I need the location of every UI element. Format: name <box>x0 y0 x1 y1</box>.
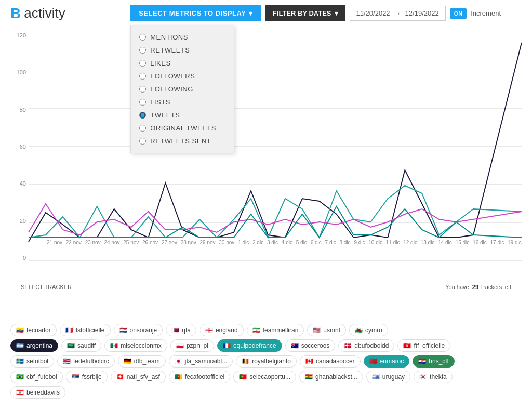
metrics-label-following: FOLLOWING <box>150 85 193 93</box>
tracker-flag-cymru: 🏴󠁧󠁢󠁷󠁬󠁳󠁿 <box>355 326 363 334</box>
tracker-item-socceroos[interactable]: 🇦🇺socceroos <box>285 339 336 352</box>
metrics-label-tweets: TWEETS <box>150 111 180 119</box>
metrics-radio-mentions[interactable] <box>139 34 146 41</box>
toggle-button[interactable]: ON <box>450 8 467 19</box>
metrics-radio-retweets[interactable] <box>139 47 146 54</box>
tracker-label-ghanablackst: ghanablackst... <box>315 373 357 381</box>
tracker-flag-cbf_futebol: 🇧🇷 <box>16 373 24 381</box>
y-axis-label: 40 <box>10 180 26 187</box>
tracker-row-4: 🇱🇧beireddavils <box>10 386 522 399</box>
tracker-item-miseleccionmx[interactable]: 🇲🇽miseleccionmx <box>104 339 167 352</box>
metrics-radio-retweets_sent[interactable] <box>139 138 146 145</box>
tracker-row-1: 🇦🇷argentina🇸🇦saudiff🇲🇽miseleccionmx🇵🇱pzp… <box>10 339 522 352</box>
tracker-item-royalbelgianfo[interactable]: 🇧🇪royalbelgianfo <box>236 355 297 368</box>
tracker-item-saudiff[interactable]: 🇸🇦saudiff <box>61 339 101 352</box>
tracker-item-teammelliran[interactable]: 🇮🇷teammelliran <box>247 324 304 336</box>
tracker-flag-fecafootofficiel: 🇨🇲 <box>175 373 182 381</box>
x-axis-label: 23 nov <box>85 240 101 245</box>
metrics-radio-lists[interactable] <box>139 99 146 106</box>
tracker-item-qfa[interactable]: 🇶🇦qfa <box>166 324 196 336</box>
tracker-item-enmaroc[interactable]: 🇲🇦enmaroc <box>364 355 410 368</box>
metrics-option-mentions[interactable]: MENTIONS <box>131 31 234 44</box>
tracker-flag-royalbelgianfo: 🇧🇪 <box>242 358 249 365</box>
tracker-item-fsfofficielle[interactable]: 🇫🇷fsfofficielle <box>60 324 111 336</box>
tracker-item-fedefutbolcrc[interactable]: 🇨🇷fedefutbolcrc <box>57 355 115 368</box>
x-axis-label: 11 dic <box>386 240 400 245</box>
tracker-label-fecafootofficiel: fecafootofficiel <box>185 373 225 381</box>
tracker-item-hns_cff[interactable]: 🇭🇷hns_cff <box>413 355 454 368</box>
increment-label: Increment <box>471 9 501 17</box>
metrics-option-lists[interactable]: LISTS <box>131 96 234 109</box>
metrics-radio-tweets[interactable] <box>139 112 146 119</box>
tracker-label-onsoranje: onsoranje <box>130 326 157 334</box>
trackers-section: 🇪🇨fecuador🇫🇷fsfofficielle🇳🇱onsoranje🇶🇦qf… <box>0 320 532 406</box>
tracker-item-thekfa[interactable]: 🇰🇷thekfa <box>414 371 453 383</box>
metrics-option-following[interactable]: FOLLOWING <box>131 83 234 96</box>
tracker-item-jfa_samuraibl[interactable]: 🇯🇵jfa_samuraibl... <box>169 355 233 368</box>
tracker-item-fssrbije[interactable]: 🇷🇸fssrbije <box>66 371 108 383</box>
tracker-label-fsfofficielle: fsfofficielle <box>76 326 105 334</box>
tracker-item-argentina[interactable]: 🇦🇷argentina <box>10 339 58 352</box>
metrics-label-lists: LISTS <box>150 98 170 106</box>
tracker-flag-fssrbije: 🇷🇸 <box>72 373 79 381</box>
metrics-label-original_tweets: ORIGINAL TWEETS <box>150 124 216 132</box>
tracker-item-pzpn_pl[interactable]: 🇵🇱pzpn_pl <box>170 339 214 352</box>
metrics-radio-following[interactable] <box>139 86 146 93</box>
metrics-option-followers[interactable]: FOLLOWERS <box>131 70 234 83</box>
tracker-item-cymru[interactable]: 🏴󠁧󠁢󠁷󠁬󠁳󠁿cymru <box>349 324 388 336</box>
tracker-flag-miseleccionmx: 🇲🇽 <box>110 342 118 349</box>
chart-svg <box>29 32 522 261</box>
x-axis-label: 24 nov <box>104 240 119 245</box>
x-axis: 21 nov22 nov23 nov24 nov25 nov26 nov27 n… <box>47 240 522 245</box>
x-axis-label: 26 nov <box>142 240 158 245</box>
tracker-flag-uruguay: 🇺🇾 <box>372 373 380 381</box>
metrics-radio-likes[interactable] <box>139 60 146 67</box>
date-from: 11/20/2022 <box>356 9 390 17</box>
metrics-radio-original_tweets[interactable] <box>139 125 146 132</box>
tracker-item-canadasoccer[interactable]: 🇨🇦canadasoccer <box>300 355 361 368</box>
tracker-item-sefutbol[interactable]: 🇸🇪sefutbol <box>10 355 54 368</box>
tracker-item-cbf_futebol[interactable]: 🇧🇷cbf_futebol <box>10 371 63 383</box>
tracker-flag-qfa: 🇶🇦 <box>171 326 179 334</box>
metrics-button[interactable]: SELECT METRICS TO DISPLAY ▾ <box>130 5 261 21</box>
chart-area: 21 nov22 nov23 nov24 nov25 nov26 nov27 n… <box>29 32 522 261</box>
tracker-flag-canadasoccer: 🇨🇦 <box>305 358 313 365</box>
tracker-flag-onsoranje: 🇳🇱 <box>119 326 127 334</box>
tracker-item-usmnt[interactable]: 🇺🇸usmnt <box>307 324 346 336</box>
metrics-option-original_tweets[interactable]: ORIGINAL TWEETS <box>131 122 234 135</box>
tracker-item-ftf_officielle[interactable]: 🇹🇳ftf_officielle <box>397 339 450 352</box>
metrics-option-retweets[interactable]: RETWEETS <box>131 44 234 57</box>
tracker-label-usmnt: usmnt <box>323 326 340 334</box>
metrics-option-retweets_sent[interactable]: RETWEETS SENT <box>131 135 234 148</box>
metrics-option-likes[interactable]: LIKES <box>131 57 234 70</box>
tracker-flag-thekfa: 🇰🇷 <box>419 373 427 381</box>
tracker-label-sefutbol: sefutbol <box>26 358 48 365</box>
tracker-item-dfb_team[interactable]: 🇩🇪dfb_team <box>118 355 166 368</box>
filter-dates-button[interactable]: FILTER BY DATES ▾ <box>265 5 345 21</box>
tracker-item-beireddavils[interactable]: 🇱🇧beireddavils <box>10 386 65 399</box>
tracker-item-fecafootofficiel[interactable]: 🇨🇲fecafootofficiel <box>169 371 231 383</box>
metrics-option-tweets[interactable]: TWEETS <box>131 109 234 122</box>
tracker-flag-england: 🏴󠁧󠁢󠁥󠁮󠁧󠁿 <box>205 326 213 334</box>
x-axis-label: 30 nov <box>219 240 234 245</box>
y-axis-label: 20 <box>10 218 26 224</box>
tracker-item-selecaoportugal[interactable]: 🇵🇹selecaoportu... <box>233 371 296 383</box>
metrics-label-mentions: MENTIONS <box>150 33 188 41</box>
logo-text: activity <box>24 5 65 21</box>
tracker-item-fecuador[interactable]: 🇪🇨fecuador <box>10 324 57 336</box>
metrics-label-likes: LIKES <box>150 59 170 67</box>
tracker-item-nati_sfv_asf[interactable]: 🇨🇭nati_sfv_asf <box>111 371 166 383</box>
x-axis-label: 10 dic <box>368 240 382 245</box>
metrics-radio-followers[interactable] <box>139 73 146 80</box>
dates-button-label: FILTER BY DATES <box>273 9 331 17</box>
tracker-item-england[interactable]: 🏴󠁧󠁢󠁥󠁮󠁧󠁿england <box>200 324 244 336</box>
tracker-item-ghanablackst[interactable]: 🇬🇭ghanablackst... <box>299 371 363 383</box>
tracker-item-equipedefrance[interactable]: 🇫🇷equipedefrance <box>217 339 282 352</box>
tracker-flag-dfb_team: 🇩🇪 <box>124 358 131 365</box>
tracker-label-canadasoccer: canadasoccer <box>316 358 355 365</box>
tracker-label-royalbelgianfo: royalbelgianfo <box>252 358 291 365</box>
chart-container: 020406080100120 <box>0 27 532 320</box>
tracker-item-onsoranje[interactable]: 🇳🇱onsoranje <box>114 324 163 336</box>
tracker-item-dbufodboldd[interactable]: 🇩🇰dbufodboldd <box>338 339 394 352</box>
tracker-item-uruguay[interactable]: 🇺🇾uruguay <box>366 371 410 383</box>
